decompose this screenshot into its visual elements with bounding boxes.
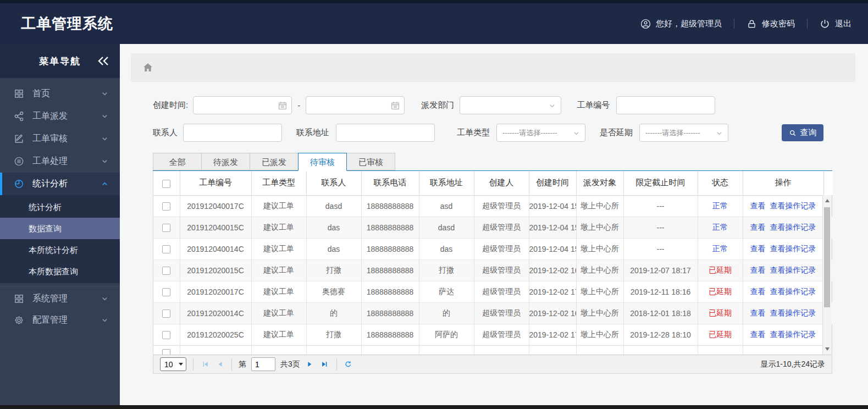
tab-已审核[interactable]: 已审核 bbox=[346, 153, 395, 170]
scroll-down-icon[interactable] bbox=[823, 345, 832, 353]
row-actions: 查看查看操作记录 bbox=[743, 217, 823, 238]
table-cell: 2019-12-07 18:17 bbox=[623, 259, 698, 281]
sidebar-subitem-data-query[interactable]: 数据查询 bbox=[0, 218, 120, 239]
order-type-select[interactable]: -------请选择------- bbox=[496, 124, 585, 142]
table-cell: --- bbox=[623, 195, 698, 217]
collapse-sidebar-icon[interactable] bbox=[97, 54, 110, 68]
view-link[interactable]: 查看 bbox=[750, 330, 766, 339]
created-time-end-input[interactable] bbox=[306, 97, 404, 114]
row-actions: 查看查看操作记录 bbox=[743, 281, 823, 302]
row-checkbox[interactable] bbox=[162, 245, 170, 253]
table-cell: 18888888888 bbox=[361, 302, 419, 324]
sidebar-item-home[interactable]: 首页 bbox=[0, 82, 120, 105]
view-log-link[interactable]: 查看操作记录 bbox=[770, 244, 816, 253]
prev-page-button[interactable] bbox=[215, 360, 225, 369]
view-link[interactable]: 查看 bbox=[750, 223, 766, 231]
sidebar-subitem-local-data-query[interactable]: 本所数据查询 bbox=[0, 261, 120, 282]
sidebar-subitem-local-stats[interactable]: 本所统计分析 bbox=[0, 239, 120, 261]
table-cell: 201912020015C bbox=[180, 259, 251, 281]
tab-已派发[interactable]: 已派发 bbox=[250, 153, 298, 170]
table-scrollbar[interactable] bbox=[822, 195, 832, 355]
status-badge: 正常 bbox=[698, 238, 743, 259]
row-checkbox[interactable] bbox=[162, 202, 170, 211]
sidebar-item-review[interactable]: 工单审核 bbox=[0, 128, 120, 150]
app-header: 工单管理系统 您好，超级管理员 修改密码 bbox=[0, 0, 868, 44]
first-page-button[interactable] bbox=[200, 360, 210, 369]
table-cell: 201912020014C bbox=[180, 302, 251, 324]
table-row: 201912020017C建议工单奥德赛18888888888萨达超级管理员20… bbox=[153, 281, 833, 302]
view-log-link[interactable]: 查看操作记录 bbox=[770, 287, 816, 296]
table-cell: 超级管理员 bbox=[474, 195, 529, 217]
sidebar-item-config[interactable]: 配置管理 bbox=[0, 309, 120, 331]
chevron-down-icon bbox=[548, 102, 556, 110]
delay-label: 是否延期 bbox=[600, 128, 633, 138]
view-log-link[interactable]: 查看操作记录 bbox=[770, 223, 816, 231]
column-header: 限定截止时间 bbox=[623, 171, 698, 195]
table-cell bbox=[180, 345, 251, 355]
calendar-icon[interactable] bbox=[390, 101, 400, 110]
tab-待派发[interactable]: 待派发 bbox=[201, 153, 250, 170]
sidebar-item-dispatch[interactable]: 工单派发 bbox=[0, 105, 120, 128]
created-time-start-field bbox=[193, 96, 292, 114]
row-checkbox[interactable] bbox=[162, 224, 170, 232]
view-log-link[interactable]: 查看操作记录 bbox=[770, 330, 816, 339]
table-cell: 201912040014C bbox=[180, 238, 251, 259]
status-badge: 已延期 bbox=[698, 302, 743, 324]
view-link[interactable]: 查看 bbox=[750, 244, 766, 253]
sidebar-subitem-stats-analysis[interactable]: 统计分析 bbox=[0, 196, 120, 218]
dispatch-dept-select[interactable] bbox=[460, 96, 561, 114]
row-checkbox[interactable] bbox=[162, 349, 170, 355]
home-icon[interactable] bbox=[142, 62, 154, 74]
sidebar-item-stats[interactable]: 统计分析 bbox=[0, 173, 120, 195]
table-cell: das bbox=[306, 238, 361, 259]
order-no-input[interactable] bbox=[617, 97, 715, 114]
view-link[interactable]: 查看 bbox=[750, 266, 766, 274]
page-size-select[interactable]: 10 bbox=[160, 357, 186, 371]
select-all-checkbox[interactable] bbox=[162, 180, 170, 188]
table-wrap: 工单编号工单类型联系人联系电话联系地址创建人创建时间派发对象限定截止时间状态操作… bbox=[153, 171, 832, 355]
tab-待审核[interactable]: 待审核 bbox=[298, 153, 347, 171]
logout-button[interactable]: 退出 bbox=[820, 19, 852, 29]
row-checkbox[interactable] bbox=[162, 267, 170, 275]
column-header: 工单编号 bbox=[180, 171, 251, 195]
view-link[interactable]: 查看 bbox=[750, 287, 766, 296]
last-page-button[interactable] bbox=[320, 360, 330, 369]
page-number-input[interactable] bbox=[251, 357, 275, 371]
search-button[interactable]: 查询 bbox=[782, 124, 823, 141]
row-checkbox[interactable] bbox=[162, 288, 170, 296]
view-log-link[interactable]: 查看操作记录 bbox=[770, 308, 816, 317]
delay-select[interactable]: -------请选择------- bbox=[639, 124, 728, 142]
view-log-link[interactable]: 查看操作记录 bbox=[770, 201, 816, 210]
scrollbar-thumb[interactable] bbox=[824, 207, 830, 307]
table-cell: 201912020017C bbox=[180, 281, 251, 302]
user-icon bbox=[640, 19, 651, 29]
refresh-icon[interactable] bbox=[344, 360, 353, 369]
view-link[interactable]: 查看 bbox=[750, 201, 766, 210]
table-cell: 201912040015C bbox=[180, 217, 251, 238]
next-page-button[interactable] bbox=[305, 360, 315, 369]
table-cell bbox=[474, 345, 529, 355]
table-row: 201912020025C建议工单打撒18888888888阿萨的超级管理员20… bbox=[153, 324, 833, 345]
sidebar-item-process[interactable]: 工单处理 bbox=[0, 150, 120, 173]
sidebar-header: 菜单导航 bbox=[0, 44, 120, 78]
contact-label: 联系人 bbox=[153, 128, 178, 138]
scroll-up-icon[interactable] bbox=[823, 196, 832, 205]
tab-全部[interactable]: 全部 bbox=[153, 153, 202, 170]
calendar-icon[interactable] bbox=[278, 101, 288, 110]
column-header: 派发对象 bbox=[576, 171, 623, 195]
table-row: 201912040017C建议工单dasd18888888888asd超级管理员… bbox=[153, 195, 833, 217]
address-input[interactable] bbox=[336, 124, 434, 141]
row-checkbox[interactable] bbox=[162, 309, 170, 318]
table-cell: 超级管理员 bbox=[474, 217, 529, 238]
view-link[interactable]: 查看 bbox=[750, 308, 766, 317]
table-cell bbox=[623, 345, 698, 355]
view-log-link[interactable]: 查看操作记录 bbox=[770, 266, 816, 274]
change-password-button[interactable]: 修改密码 bbox=[747, 19, 795, 29]
row-actions: 查看查看操作记录 bbox=[743, 259, 823, 281]
table-row: 201912020015C建议工单打撒18888888888打撒超级管理员201… bbox=[153, 259, 833, 281]
bottom-strip bbox=[0, 405, 868, 409]
contact-input[interactable] bbox=[184, 124, 281, 141]
sidebar-item-system[interactable]: 系统管理 bbox=[0, 286, 120, 309]
created-time-start-input[interactable] bbox=[193, 97, 291, 114]
row-checkbox[interactable] bbox=[162, 331, 170, 339]
